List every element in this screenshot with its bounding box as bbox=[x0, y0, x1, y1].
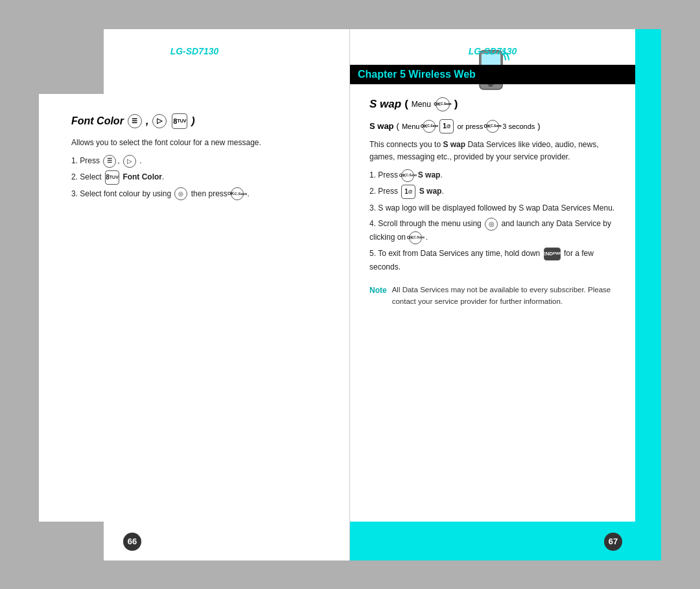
step-1: 1. Press ☰, ▷ . bbox=[71, 154, 323, 168]
left-page-number: 66 bbox=[123, 533, 141, 551]
swap-title-text: S wap bbox=[369, 98, 401, 111]
header-left: LG-SD7130 bbox=[39, 45, 350, 57]
menu-text: Menu bbox=[412, 100, 431, 109]
page-right: Chapter 5 Wireless Web LG-SD7130 S wap (… bbox=[350, 29, 661, 560]
swap-section-title: S wap ( Menu OKC.Save ) bbox=[369, 97, 625, 111]
chapter-name: Wireless Web bbox=[408, 69, 476, 80]
menu-paren-open: ( bbox=[404, 98, 408, 111]
seconds-text: 3 seconds bbox=[502, 122, 535, 130]
book-spread: LG-SD7130 Font Color ☰ , ▷ 8TUV ) Allows… bbox=[39, 29, 661, 560]
right-page-number: 67 bbox=[604, 533, 622, 551]
font-color-title: Font Color ☰ , ▷ 8TUV ) bbox=[71, 113, 323, 129]
font-color-bold: Font Color bbox=[122, 172, 162, 181]
right-step-2: 2. Press 1@ S wap. bbox=[369, 185, 625, 199]
close-paren: ) bbox=[191, 115, 194, 127]
end-icon-step5: ENDPWR bbox=[544, 248, 561, 260]
menu-icon: ☰ bbox=[128, 114, 142, 128]
or-press-text: or press bbox=[457, 122, 483, 130]
swap-sub-text: S wap bbox=[369, 121, 394, 131]
num1-step2: 1@ bbox=[401, 185, 415, 199]
note-text: All Data Services may not be available t… bbox=[392, 284, 625, 308]
nav-icon-step3: ◎ bbox=[174, 187, 187, 200]
paren-open-sub: ( bbox=[397, 121, 399, 131]
note-box: Note All Data Services may not be availa… bbox=[369, 284, 625, 308]
comma-sep: , bbox=[146, 115, 148, 127]
right-arrow-icon: ▷ bbox=[152, 114, 167, 128]
num8-step2: 8TUV bbox=[105, 170, 119, 185]
right-content: S wap ( Menu OKC.Save ) S wap ( Menu OKC… bbox=[369, 97, 625, 308]
ok-icon-sub: OKC.Save bbox=[423, 120, 436, 133]
gray-corner-top-left bbox=[39, 29, 104, 94]
right-step-4: 4. Scroll through the menu using ◎ and l… bbox=[369, 217, 625, 244]
font-color-label: Font Color bbox=[71, 115, 124, 127]
ok-step1: OKC.Save bbox=[401, 169, 414, 182]
swap-subsection: S wap ( Menu OKC.Save 1@ or press OKC.Sa… bbox=[369, 119, 625, 133]
menu-icon-step1: ☰ bbox=[103, 155, 116, 168]
chapter-bar-title: Chapter 5 Wireless Web bbox=[358, 69, 476, 80]
ok-step4: OKC.Save bbox=[409, 231, 422, 244]
menu-text-sub: Menu bbox=[402, 122, 420, 130]
nav-step4: ◎ bbox=[485, 218, 498, 231]
num1-sub: 1@ bbox=[439, 119, 454, 133]
page-left: LG-SD7130 Font Color ☰ , ▷ 8TUV ) Allows… bbox=[39, 29, 350, 560]
cyan-strip-right bbox=[635, 29, 661, 560]
right-header-title: LG-SD7130 bbox=[469, 46, 517, 56]
swap-description: This connects you to S wap Data Services… bbox=[369, 139, 625, 163]
ok-icon-step3: OKC.Save bbox=[231, 187, 244, 200]
right-step-5: 5. To exit from Data Services any time, … bbox=[369, 247, 625, 273]
note-label: Note bbox=[369, 284, 387, 308]
paren-close-sub: ) bbox=[537, 121, 540, 131]
header-right: LG-SD7130 bbox=[350, 45, 635, 57]
ok-icon-title: OKC.Save bbox=[436, 97, 450, 111]
num8-icon: 8TUV bbox=[172, 113, 187, 129]
step-2: 2. Select 8TUV Font Color. bbox=[71, 170, 323, 185]
left-header-title: LG-SD7130 bbox=[170, 46, 219, 56]
paren-close: ) bbox=[454, 98, 458, 111]
font-color-description: Allows you to select the font colour for… bbox=[71, 137, 323, 149]
gray-corner-bottom-left bbox=[39, 522, 104, 560]
right-step-3: 3. S wap logo will be displayed followed… bbox=[369, 202, 625, 214]
left-content: Font Color ☰ , ▷ 8TUV ) Allows you to se… bbox=[71, 113, 323, 201]
step-3: 3. Select font colour by using ◎ then pr… bbox=[71, 187, 323, 201]
chapter-label: Chapter 5 bbox=[358, 69, 406, 80]
ok-icon-sub2: OKC.Save bbox=[486, 120, 499, 133]
right-step-1: 1. Press OKC.Save S wap. bbox=[369, 168, 625, 182]
chapter-bar: Chapter 5 Wireless Web bbox=[350, 65, 635, 84]
arrow-icon-step1: ▷ bbox=[123, 155, 136, 168]
